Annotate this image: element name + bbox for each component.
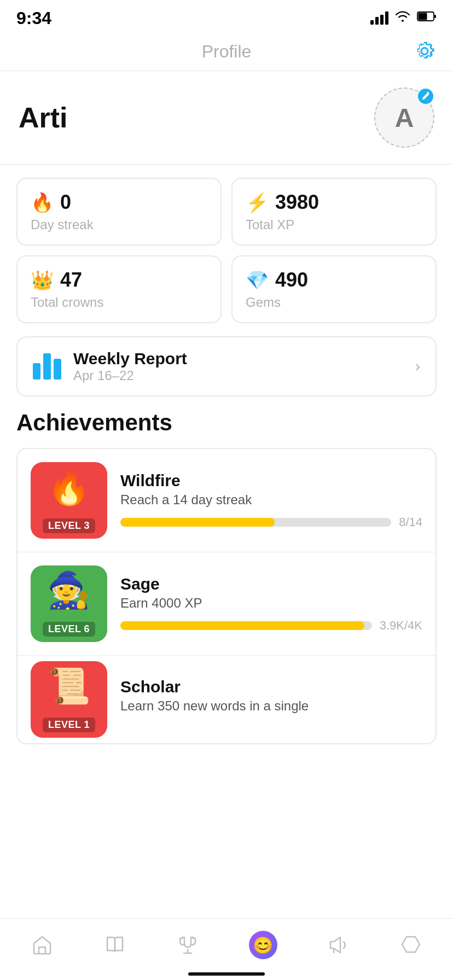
gems-stat-card: 💎 490 Gems bbox=[231, 255, 437, 323]
signal-icon bbox=[370, 11, 388, 25]
crowns-value: 47 bbox=[60, 269, 82, 291]
streak-value: 0 bbox=[60, 191, 71, 214]
weekly-report-card[interactable]: Weekly Report Apr 16–22 › bbox=[16, 336, 437, 396]
home-indicator bbox=[188, 972, 265, 976]
weekly-report-chevron: › bbox=[415, 358, 420, 375]
settings-button[interactable] bbox=[413, 39, 437, 65]
nav-shop[interactable] bbox=[391, 930, 431, 960]
scholar-desc: Learn 350 new words in a single bbox=[120, 698, 422, 714]
profile-section: Arti A bbox=[0, 71, 453, 165]
nav-lessons[interactable] bbox=[95, 930, 135, 960]
gems-value: 490 bbox=[275, 269, 308, 291]
wildfire-level: LEVEL 3 bbox=[43, 518, 95, 533]
scholar-badge: 📜 LEVEL 1 bbox=[31, 661, 107, 738]
sage-progress-row: 3.9K/4K bbox=[120, 619, 422, 633]
xp-icon: ⚡ bbox=[246, 193, 269, 212]
wildfire-progress-text: 8/14 bbox=[399, 515, 422, 529]
crowns-label: Total crowns bbox=[31, 295, 207, 310]
nav-profile[interactable]: 😊 bbox=[241, 928, 285, 962]
nav-leaderboard[interactable] bbox=[168, 930, 207, 960]
sage-badge: 🧙 LEVEL 6 bbox=[31, 565, 107, 642]
sage-emoji: 🧙 bbox=[47, 570, 91, 611]
sage-progress-bg bbox=[120, 621, 372, 630]
wildfire-badge: 🔥 LEVEL 3 bbox=[31, 462, 107, 539]
achievements-section: Achievements 🔥 LEVEL 3 Wildfire Reach a … bbox=[0, 410, 453, 744]
scholar-info: Scholar Learn 350 new words in a single bbox=[120, 678, 422, 721]
crowns-stat-card: 👑 47 Total crowns bbox=[16, 255, 222, 323]
wildfire-name: Wildfire bbox=[120, 471, 422, 490]
streak-icon: 🔥 bbox=[31, 193, 54, 212]
weekly-report-date: Apr 16–22 bbox=[73, 368, 403, 383]
wildfire-info: Wildfire Reach a 14 day streak 8/14 bbox=[120, 471, 422, 529]
wildfire-emoji: 🔥 bbox=[47, 466, 91, 508]
achievements-title: Achievements bbox=[16, 410, 437, 436]
wildfire-progress-bg bbox=[120, 518, 391, 527]
stats-grid: 🔥 0 Day streak ⚡ 3980 Total XP 👑 47 Tota… bbox=[0, 165, 453, 336]
battery-icon bbox=[417, 11, 437, 25]
achievement-scholar: 📜 LEVEL 1 Scholar Learn 350 new words in… bbox=[18, 656, 435, 743]
achievement-sage: 🧙 LEVEL 6 Sage Earn 4000 XP 3.9K/4K bbox=[18, 552, 435, 656]
profile-name: Arti bbox=[19, 101, 68, 134]
page-title: Profile bbox=[202, 42, 252, 62]
bottom-nav: 😊 bbox=[0, 918, 453, 980]
svg-rect-1 bbox=[419, 13, 427, 20]
achievement-wildfire: 🔥 LEVEL 3 Wildfire Reach a 14 day streak… bbox=[18, 449, 435, 552]
gems-icon: 💎 bbox=[246, 271, 269, 289]
xp-value: 3980 bbox=[275, 191, 319, 214]
sage-progress-fill bbox=[120, 621, 364, 630]
xp-stat-card: ⚡ 3980 Total XP bbox=[231, 178, 437, 246]
bar-chart-icon bbox=[33, 353, 61, 380]
achievements-list: 🔥 LEVEL 3 Wildfire Reach a 14 day streak… bbox=[16, 448, 437, 744]
scholar-name: Scholar bbox=[120, 678, 422, 696]
header: Profile bbox=[0, 33, 453, 71]
svg-rect-2 bbox=[434, 15, 436, 18]
weekly-report-title: Weekly Report bbox=[73, 349, 403, 368]
sage-info: Sage Earn 4000 XP 3.9K/4K bbox=[120, 575, 422, 633]
streak-label: Day streak bbox=[31, 217, 207, 232]
status-icons bbox=[370, 10, 437, 26]
avatar-letter: A bbox=[395, 103, 414, 133]
sage-desc: Earn 4000 XP bbox=[120, 596, 422, 611]
weekly-report-text: Weekly Report Apr 16–22 bbox=[73, 349, 403, 383]
edit-avatar-button[interactable] bbox=[418, 89, 433, 104]
wifi-icon bbox=[395, 10, 410, 26]
scholar-level: LEVEL 1 bbox=[43, 718, 95, 732]
crowns-icon: 👑 bbox=[31, 271, 54, 289]
wildfire-desc: Reach a 14 day streak bbox=[120, 492, 422, 508]
sage-level: LEVEL 6 bbox=[43, 622, 95, 637]
sage-name: Sage bbox=[120, 575, 422, 593]
xp-label: Total XP bbox=[246, 217, 422, 232]
scholar-emoji: 📜 bbox=[47, 666, 91, 707]
sage-progress-text: 3.9K/4K bbox=[380, 619, 422, 633]
wildfire-progress-row: 8/14 bbox=[120, 515, 422, 529]
avatar-container[interactable]: A bbox=[374, 88, 434, 148]
status-time: 9:34 bbox=[16, 8, 51, 28]
nav-home[interactable] bbox=[22, 930, 62, 960]
nav-challenges[interactable] bbox=[318, 930, 358, 960]
streak-stat-card: 🔥 0 Day streak bbox=[16, 178, 222, 246]
wildfire-progress-fill bbox=[120, 518, 275, 527]
status-bar: 9:34 bbox=[0, 0, 453, 33]
gems-label: Gems bbox=[246, 295, 422, 310]
